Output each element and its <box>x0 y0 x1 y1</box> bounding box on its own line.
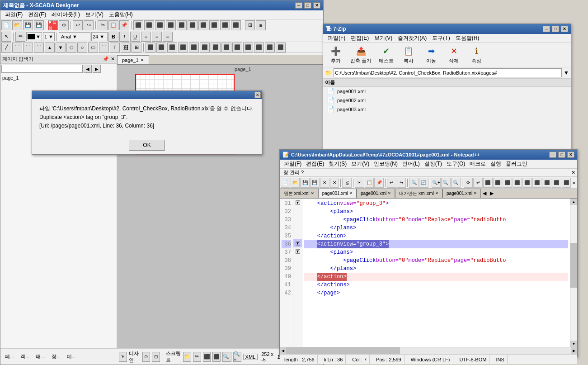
tb-align3[interactable]: ⬛ <box>155 20 165 30</box>
scroll-right-btn[interactable]: ▶ <box>571 347 577 354</box>
npp-tb-zoom-reset[interactable]: 🔍 <box>451 178 461 188</box>
prev-btn[interactable]: ◀ <box>84 65 92 73</box>
close-btn[interactable]: ✕ <box>313 2 320 9</box>
color-selector[interactable]: ▼ <box>26 32 42 41</box>
fold-31[interactable]: ▼ <box>293 199 302 207</box>
npp-minimize[interactable]: ─ <box>549 152 556 158</box>
tb-shape7[interactable]: ◇ <box>66 43 76 52</box>
tb-align-right[interactable]: ≡ <box>163 32 173 42</box>
npp-tb-zoom-in[interactable]: 🔍+ <box>432 178 441 188</box>
tab-close-icon[interactable]: ✕ <box>141 58 144 62</box>
horizontal-scrollbar[interactable]: ◀ ▶ <box>280 347 577 354</box>
npp-tb-indent[interactable]: ⬛ <box>483 178 493 188</box>
npp-tab-1[interactable]: 원본 xml.xml ✕ <box>280 189 318 198</box>
npp-tb-new[interactable]: 📄 <box>281 178 290 188</box>
dialog-close-btn[interactable]: ✕ <box>254 92 261 98</box>
tb-run[interactable]: ▶실행 <box>48 20 58 30</box>
font-selector[interactable]: Arial ▼ <box>59 32 90 41</box>
menu-help[interactable]: 도움말(H) <box>106 10 136 19</box>
tb-bold[interactable]: B <box>108 32 118 42</box>
npp-tb-save[interactable]: 💾 <box>300 178 310 188</box>
xml-btn[interactable]: XML <box>243 354 258 360</box>
zip-file-3[interactable]: 📄 page003.xml <box>323 105 571 114</box>
tb-shape3[interactable]: ⌒ <box>23 43 33 52</box>
zip-maximize[interactable]: □ <box>552 26 559 32</box>
npp-tb-redo[interactable]: ↪ <box>397 178 406 188</box>
npp-menu-view[interactable]: 보기(V) <box>349 159 372 169</box>
tb-open[interactable]: 📂 <box>12 20 22 30</box>
tb-image[interactable]: 🖼 <box>121 43 131 52</box>
npp-tb-copy[interactable]: 📋 <box>365 178 374 188</box>
zip-test-btn[interactable]: ✔ 테스트 <box>375 45 397 65</box>
tb-shape5[interactable]: ▲ <box>45 43 55 52</box>
tb-pen[interactable]: ✏ <box>15 32 25 42</box>
tb-align9[interactable]: ⬛ <box>220 20 230 30</box>
panel-pin-icon[interactable]: 📌 <box>103 56 109 62</box>
npp-tb-cut[interactable]: ✂ <box>355 178 364 188</box>
npp-toolbar-more[interactable]: » <box>571 180 576 186</box>
script-btn2[interactable]: ✏ <box>193 352 201 362</box>
npp-tab-1-close[interactable]: ✕ <box>311 191 314 195</box>
design-mode-icon[interactable]: 🖱 <box>119 352 127 362</box>
npp-tb-saveall[interactable]: 💾 <box>310 178 320 188</box>
tb-comp6[interactable]: ⬛ <box>200 43 210 52</box>
npp-menu-enc[interactable]: 인코딩(N) <box>372 159 400 169</box>
zip-file-2[interactable]: 📄 page002.xml <box>323 96 571 105</box>
tb-shape6[interactable]: ▼ <box>56 43 66 52</box>
tb-align8[interactable]: ⬛ <box>209 20 219 30</box>
npp-maximize[interactable]: □ <box>558 152 565 158</box>
npp-tb-sync[interactable]: ⟳ <box>464 178 473 188</box>
npp-tb-replace[interactable]: 🔄 <box>419 178 428 188</box>
design-btn3[interactable]: ⊡ <box>152 352 160 362</box>
zip-props-btn[interactable]: ℹ 속성 <box>466 45 487 65</box>
npp-tab-5[interactable]: page001.xml ✕ <box>442 189 481 198</box>
tb-copy[interactable]: 📋 <box>108 20 118 30</box>
zip-copy-btn[interactable]: 📋 복사 <box>398 45 419 65</box>
tb-shape10[interactable]: ⌒ <box>99 43 109 52</box>
tb-comp5[interactable]: ⬛ <box>189 43 199 52</box>
npp-tb-more6[interactable]: ⬛ <box>542 178 551 188</box>
tb-shape2[interactable]: ⌒ <box>12 43 22 52</box>
font-size[interactable]: 24 ▼ <box>91 32 108 41</box>
btab-3[interactable]: 태... <box>33 352 47 361</box>
tb-comp3[interactable]: ⬛ <box>167 43 177 52</box>
npp-tab-2[interactable]: page001.xml ✕ <box>318 189 357 198</box>
npp-tb-open[interactable]: 📂 <box>291 178 300 188</box>
npp-tab-4-close[interactable]: ✕ <box>435 191 438 195</box>
npp-tab-3[interactable]: page001.xml ✕ <box>357 189 395 198</box>
npp-menu-edit[interactable]: 편집(E) <box>304 159 326 169</box>
tb-comp9[interactable]: ⬛ <box>232 43 242 52</box>
search-input[interactable] <box>1 65 83 73</box>
tb-table[interactable]: ⊞ <box>132 43 141 52</box>
scroll-thumb[interactable] <box>570 243 577 287</box>
tb-shape8[interactable]: ○ <box>77 43 87 52</box>
npp-tab-4[interactable]: 내가만든 xml.xml ✕ <box>395 189 442 198</box>
tb-undo[interactable]: ↩ <box>73 20 83 30</box>
tb-shape9[interactable]: ▭ <box>88 43 98 52</box>
next-btn[interactable]: ▶ <box>93 65 101 73</box>
tb-comp11[interactable]: ⬛ <box>254 43 264 52</box>
tb-redo[interactable]: ↪ <box>84 20 94 30</box>
tb-align7[interactable]: ⬛ <box>198 20 208 30</box>
zip-close[interactable]: ✕ <box>561 26 568 32</box>
zoom-minus[interactable]: 🔍- <box>222 352 231 362</box>
npp-window-mgr[interactable]: 창 관리 ? <box>282 169 306 176</box>
zip-minimize[interactable]: ─ <box>543 26 550 32</box>
tb-italic[interactable]: I <box>119 32 129 42</box>
tb-align-left[interactable]: ≡ <box>141 32 151 42</box>
npp-tab-5-close[interactable]: ✕ <box>474 191 477 195</box>
zoom-plus[interactable]: 🔍+ <box>233 352 241 362</box>
tb-comp2[interactable]: ⬛ <box>156 43 166 52</box>
tb-align4[interactable]: ⬛ <box>166 20 176 30</box>
npp-tb-more5[interactable]: ⬛ <box>532 178 542 188</box>
scroll-left-btn[interactable]: ◀ <box>280 347 286 354</box>
tb-more[interactable]: ≡ <box>256 20 266 30</box>
tb-comp4[interactable]: ⬛ <box>178 43 188 52</box>
npp-tab-nav-right[interactable]: ▶ <box>488 189 495 198</box>
npp-tb-more2[interactable]: ⬛ <box>503 178 512 188</box>
script-btn3[interactable]: ⬛ <box>203 352 211 362</box>
npp-tb-more8[interactable]: ⬛ <box>562 178 571 188</box>
tb-comp1[interactable]: ⬛ <box>146 43 155 52</box>
tb-align2[interactable]: ⬛ <box>144 20 154 30</box>
npp-menu-lang[interactable]: 언어(L) <box>400 159 422 169</box>
